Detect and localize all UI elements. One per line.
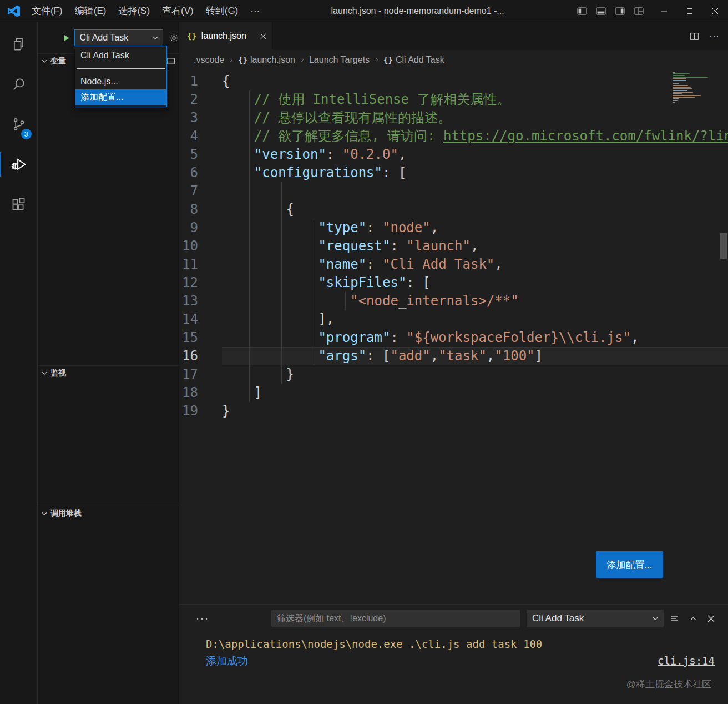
line-number: 11 — [179, 255, 222, 274]
editor-actions: ··· — [690, 22, 728, 50]
sidebar-item-source-control[interactable]: 3 — [0, 104, 38, 144]
crumb-label: Cli Add Task — [396, 55, 444, 65]
code-line-15[interactable]: 15 "program": "${workspaceFolder}\\cli.j… — [179, 329, 728, 347]
code-line-1[interactable]: 1{ — [179, 72, 728, 90]
menu-more-icon[interactable]: ··· — [244, 0, 266, 22]
start-debug-button[interactable] — [61, 33, 72, 43]
more-actions-icon[interactable]: ··· — [709, 31, 719, 42]
search-icon — [11, 77, 27, 92]
debug-sidebar: Cli Add Task Cli Add Task Node.js... — [38, 22, 179, 704]
code-line-8[interactable]: 8 { — [179, 200, 728, 219]
section-header-call-stack[interactable]: 调用堆栈 — [38, 506, 179, 521]
code-line-13[interactable]: 13 "<node_internals>/**" — [179, 292, 728, 310]
config-option-cli-add-task[interactable]: Cli Add Task — [75, 48, 166, 63]
code-line-18[interactable]: 18 ] — [179, 384, 728, 402]
code-line-9[interactable]: 9 "type": "node", — [179, 219, 728, 237]
line-number: 15 — [179, 329, 222, 347]
menu-view[interactable]: 查看(V) — [156, 0, 200, 22]
line-number: 19 — [179, 402, 222, 420]
code-line-12[interactable]: 12 "skipFiles": [ — [179, 274, 728, 292]
toggle-secondary-sidebar-icon[interactable] — [615, 7, 625, 15]
scrollbar-thumb[interactable] — [720, 233, 727, 259]
breadcrumb-launch-targets[interactable]: Launch Targets — [309, 55, 370, 65]
line-number: 6 — [179, 164, 222, 182]
add-configuration-button[interactable]: 添加配置... — [596, 551, 663, 578]
line-number: 13 — [179, 292, 222, 310]
debug-session-select[interactable]: Cli Add Task — [527, 610, 664, 627]
line-number: 9 — [179, 219, 222, 237]
code-line-10[interactable]: 10 "request": "launch", — [179, 237, 728, 255]
close-button[interactable] — [702, 0, 728, 22]
call-stack-body — [38, 521, 179, 704]
config-option-nodejs[interactable]: Node.js... — [75, 74, 166, 89]
titlebar: 文件(F) 编辑(E) 选择(S) 查看(V) 转到(G) ··· launch… — [0, 0, 728, 22]
line-number: 3 — [179, 109, 222, 127]
json-file-icon: {} — [187, 32, 196, 41]
section-label: 调用堆栈 — [50, 509, 82, 519]
console-line: D:\applications\nodejs\node.exe .\cli.js… — [206, 636, 715, 652]
tab-launch-json[interactable]: {} launch.json — [179, 22, 272, 50]
minimap[interactable] — [673, 72, 717, 103]
window-controls — [651, 0, 728, 22]
code-line-3[interactable]: 3 // 悬停以查看现有属性的描述。 — [179, 109, 728, 127]
dropdown-separator — [77, 68, 165, 69]
chevron-up-icon[interactable] — [689, 615, 697, 623]
list-filter-icon[interactable] — [670, 614, 679, 623]
customize-layout-icon[interactable] — [634, 7, 644, 15]
config-option-add-configuration[interactable]: 添加配置... — [75, 89, 166, 105]
breadcrumb-cli-add-task[interactable]: {} Cli Add Task — [383, 55, 444, 65]
code-line-4[interactable]: 4 // 欲了解更多信息, 请访问: https://go.microsoft.… — [179, 127, 728, 145]
symbol-object-icon: {} — [383, 56, 393, 64]
line-number: 5 — [179, 145, 222, 164]
panel-icon[interactable] — [166, 57, 175, 66]
close-panel-icon[interactable] — [707, 615, 715, 622]
code-editor[interactable]: 1{2 // 使用 IntelliSense 了解相关属性。3 // 悬停以查看… — [179, 69, 728, 604]
sidebar-item-run-and-debug[interactable] — [0, 144, 38, 184]
breadcrumb-vscode[interactable]: .vscode — [194, 55, 224, 65]
menu-file[interactable]: 文件(F) — [26, 0, 69, 22]
line-number: 16 — [179, 347, 222, 365]
toggle-panel-icon[interactable] — [596, 7, 606, 15]
scm-badge: 3 — [21, 129, 32, 139]
toggle-sidebar-icon[interactable] — [577, 7, 587, 15]
line-number: 4 — [179, 127, 222, 145]
menu-selection[interactable]: 选择(S) — [112, 0, 156, 22]
launch-config-value: Cli Add Task — [79, 33, 128, 43]
code-line-7[interactable]: 7 — [179, 182, 728, 200]
source-link[interactable]: cli.js:14 — [658, 652, 715, 669]
code-line-16[interactable]: 16 "args": ["add","task","100"] — [179, 347, 728, 365]
code-lines: 1{2 // 使用 IntelliSense 了解相关属性。3 // 悬停以查看… — [179, 69, 728, 420]
panel-toolbar: ··· Cli Add Task — [179, 605, 728, 629]
section-label: 监视 — [50, 368, 66, 378]
chevron-right-icon — [299, 57, 305, 63]
code-line-14[interactable]: 14 ], — [179, 310, 728, 329]
menu-goto[interactable]: 转到(G) — [200, 0, 245, 22]
code-line-11[interactable]: 11 "name": "Cli Add Task", — [179, 255, 728, 274]
sidebar-item-search[interactable] — [0, 64, 38, 104]
maximize-button[interactable] — [677, 0, 702, 22]
breadcrumb-launch-json[interactable]: {} launch.json — [238, 55, 295, 65]
menu-edit[interactable]: 编辑(E) — [69, 0, 113, 22]
watch-body — [38, 380, 179, 506]
launch-config-select[interactable]: Cli Add Task — [74, 29, 163, 46]
code-line-19[interactable]: 19} — [179, 402, 728, 420]
code-line-17[interactable]: 17 } — [179, 365, 728, 384]
panel-more-actions-icon[interactable]: ··· — [196, 613, 209, 625]
chevron-down-icon — [651, 615, 659, 622]
line-number: 10 — [179, 237, 222, 255]
chevron-right-icon — [228, 57, 234, 63]
console-output: D:\applications\nodejs\node.exe .\cli.js… — [179, 629, 728, 669]
code-line-5[interactable]: 5 "version": "0.2.0", — [179, 145, 728, 164]
extensions-icon — [11, 197, 27, 212]
sidebar-item-explorer[interactable] — [0, 24, 38, 64]
sidebar-item-extensions[interactable] — [0, 184, 38, 224]
debug-console-panel: ··· Cli Add Task — [179, 604, 728, 704]
minimize-button[interactable] — [651, 0, 677, 22]
gear-icon[interactable] — [169, 33, 179, 43]
code-line-6[interactable]: 6 "configurations": [ — [179, 164, 728, 182]
console-filter-input[interactable] — [271, 610, 520, 627]
close-tab-icon[interactable] — [260, 33, 266, 39]
code-line-2[interactable]: 2 // 使用 IntelliSense 了解相关属性。 — [179, 90, 728, 109]
split-editor-icon[interactable] — [690, 32, 699, 41]
section-header-watch[interactable]: 监视 — [38, 365, 179, 380]
